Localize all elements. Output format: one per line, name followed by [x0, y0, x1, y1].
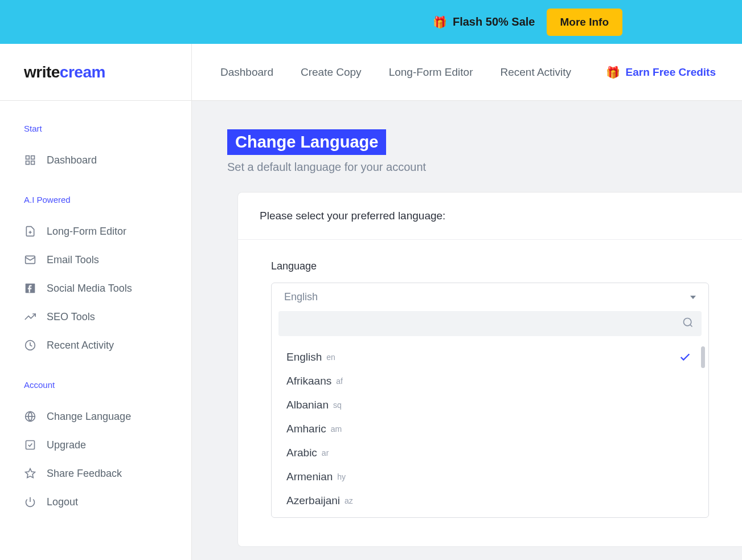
sidebar-item-label: Long-Form Editor	[47, 226, 126, 238]
language-option[interactable]: Afrikaans af	[272, 369, 708, 393]
check-square-icon	[24, 439, 36, 451]
option-code: hy	[337, 472, 346, 481]
nav-long-form[interactable]: Long-Form Editor	[389, 66, 473, 79]
nav-create-copy[interactable]: Create Copy	[301, 66, 362, 79]
svg-line-15	[690, 325, 692, 327]
option-code: sq	[333, 400, 342, 410]
language-option[interactable]: Armenian hy	[272, 465, 708, 489]
nav-earn-credits[interactable]: 🎁 Earn Free Credits	[606, 66, 716, 79]
promo-banner: 🎁 Flash 50% Sale More Info	[0, 0, 742, 44]
language-select[interactable]: English	[271, 283, 709, 518]
top-nav: Dashboard Create Copy Long-Form Editor R…	[192, 66, 742, 79]
search-icon	[682, 317, 694, 330]
globe-icon	[24, 410, 36, 423]
nav-dashboard[interactable]: Dashboard	[220, 66, 273, 79]
option-name: Azerbaijani	[286, 494, 340, 507]
check-icon	[679, 351, 691, 366]
page-subtitle: Set a default language for your account	[227, 161, 742, 174]
option-code: af	[336, 377, 343, 386]
sidebar-item-label: Logout	[47, 496, 78, 508]
nav-recent-activity[interactable]: Recent Activity	[500, 66, 571, 79]
sidebar-item-label: Recent Activity	[47, 340, 114, 351]
sidebar-item-label: Social Media Tools	[47, 283, 132, 295]
language-option[interactable]: Albanian sq	[272, 393, 708, 417]
page-title: Change Language	[227, 129, 386, 155]
search-input[interactable]	[286, 318, 682, 329]
options-list: English en Afrikaans af Albanian sq Amha…	[272, 336, 708, 517]
document-plus-icon	[24, 225, 36, 238]
promo-label: Flash 50% Sale	[453, 15, 535, 28]
sidebar-item-change-language[interactable]: Change Language	[24, 402, 167, 431]
sidebar-item-logout[interactable]: Logout	[24, 488, 167, 516]
option-code: am	[331, 424, 342, 434]
mail-icon	[24, 254, 36, 266]
facebook-icon	[24, 282, 36, 295]
gift-icon: 🎁	[606, 66, 620, 79]
card-header: Please select your preferred language:	[238, 193, 742, 240]
sidebar-item-dashboard[interactable]: Dashboard	[24, 146, 167, 174]
svg-rect-11	[26, 441, 35, 449]
svg-rect-0	[26, 156, 30, 160]
sidebar-section-account: Account	[24, 380, 167, 390]
selected-value: English	[284, 291, 318, 303]
svg-rect-1	[31, 156, 35, 160]
more-info-button[interactable]: More Info	[547, 9, 623, 36]
clock-icon	[24, 339, 36, 351]
dropdown-search[interactable]	[278, 311, 702, 336]
option-name: Albanian	[286, 399, 329, 411]
gift-icon: 🎁	[433, 15, 447, 29]
language-option[interactable]: English en	[272, 345, 708, 369]
nav-credits-label: Earn Free Credits	[626, 66, 716, 79]
promo-text: 🎁 Flash 50% Sale	[433, 15, 535, 29]
sidebar-item-label: SEO Tools	[47, 311, 95, 323]
sidebar-item-long-form[interactable]: Long-Form Editor	[24, 217, 167, 246]
sidebar-item-share-feedback[interactable]: Share Feedback	[24, 459, 167, 488]
svg-marker-12	[26, 469, 35, 478]
option-name: Afrikaans	[286, 375, 331, 387]
option-name: Arabic	[286, 447, 317, 459]
header: writecream Dashboard Create Copy Long-Fo…	[0, 44, 742, 101]
sidebar-section-ai: A.I Powered	[24, 195, 167, 205]
power-icon	[24, 496, 36, 508]
option-code: az	[345, 496, 353, 505]
logo[interactable]: writecream	[0, 44, 192, 100]
language-option[interactable]: Arabic ar	[272, 441, 708, 465]
caret-down-icon	[690, 296, 696, 299]
option-name: English	[286, 351, 322, 363]
sidebar-item-label: Change Language	[47, 411, 131, 423]
sidebar-item-recent-activity[interactable]: Recent Activity	[24, 331, 167, 359]
sidebar-item-email-tools[interactable]: Email Tools	[24, 246, 167, 274]
trending-up-icon	[24, 310, 36, 323]
main-content: Change Language Set a default language f…	[192, 101, 742, 560]
language-field-label: Language	[271, 260, 709, 272]
sidebar-item-label: Dashboard	[47, 154, 97, 166]
sidebar-item-label: Share Feedback	[47, 468, 122, 480]
sidebar-item-upgrade[interactable]: Upgrade	[24, 431, 167, 459]
sidebar-item-social-media[interactable]: Social Media Tools	[24, 274, 167, 303]
language-dropdown: English en Afrikaans af Albanian sq Amha…	[272, 311, 708, 517]
sidebar-item-label: Upgrade	[47, 439, 86, 451]
option-name: Amharic	[286, 423, 326, 435]
page-header: Change Language Set a default language f…	[227, 129, 742, 174]
sidebar-section-start: Start	[24, 124, 167, 133]
option-name: Armenian	[286, 471, 333, 483]
logo-part1: write	[24, 63, 60, 81]
svg-rect-2	[31, 161, 35, 165]
sidebar: Start Dashboard A.I Powered Long-Form Ed…	[0, 101, 192, 560]
sidebar-item-seo-tools[interactable]: SEO Tools	[24, 303, 167, 331]
option-code: en	[326, 353, 335, 362]
dashboard-icon	[24, 154, 36, 166]
select-display[interactable]: English	[272, 283, 708, 311]
language-card: Please select your preferred language: L…	[237, 192, 742, 547]
option-code: ar	[322, 448, 329, 457]
sidebar-item-label: Email Tools	[47, 254, 99, 266]
svg-rect-3	[26, 161, 30, 165]
svg-point-14	[684, 318, 691, 326]
language-option[interactable]: Amharic am	[272, 417, 708, 441]
scrollbar-thumb[interactable]	[701, 346, 705, 368]
logo-part2: cream	[60, 63, 105, 81]
language-option[interactable]: Azerbaijani az	[272, 489, 708, 513]
star-icon	[24, 467, 36, 480]
